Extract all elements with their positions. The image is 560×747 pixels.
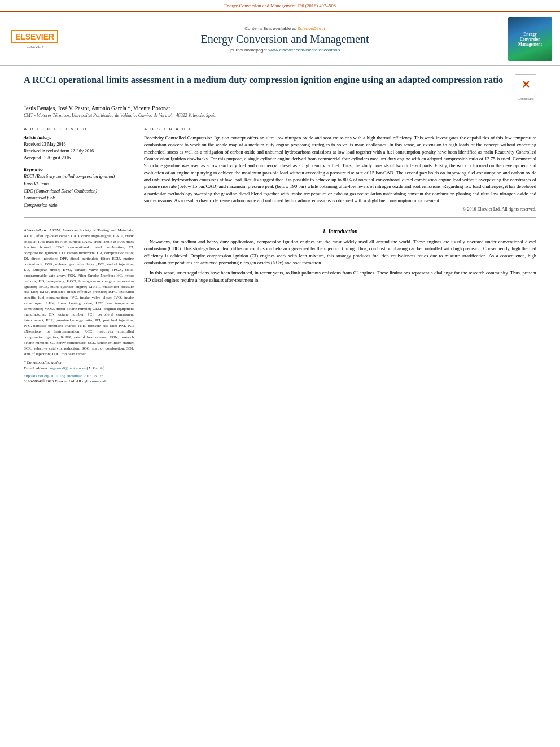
received-date: Received 23 May 2016 [24,141,134,148]
revised-date: Received in revised form 22 July 2016 [24,148,134,155]
homepage-url[interactable]: www.elsevier.com/locate/enconman [268,47,340,53]
article-title-row: A RCCI operational limits assessment in … [24,74,536,101]
doi-block: http://dx.doi.org/10.1016/j.enconman.201… [24,374,134,383]
authors: Jesús Benajes, José V. Pastor, Antonio G… [24,105,536,111]
email-link[interactable]: angarma8@mot.upv.es [50,366,86,370]
abbreviations-col: Abbreviations: ASTM, American Society of… [24,228,134,383]
doi-link[interactable]: http://dx.doi.org/10.1016/j.enconman.201… [24,374,134,378]
elsevier-logo: ELSEVIER ELSEVIER [8,30,62,49]
sciencedirect-link[interactable]: ScienceDirect [297,26,325,31]
crossmark-badge: ✕ CrossMark [515,74,536,101]
abbreviations-text: Abbreviations: ASTM, American Society of… [24,228,134,357]
keyword-3: CDC (Conventional Diesel Combustion) [24,189,134,195]
keyword-1: RCCI (Reactivity controlled compression … [24,174,134,180]
journal-center-info: Contents lists available at ScienceDirec… [67,26,502,53]
issn-line: 0196-8904/© 2016 Elsevier Ltd. All right… [24,379,134,383]
article-history-block: Article history: Received 23 May 2016 Re… [24,134,134,161]
article-info-section: A R T I C L E I N F O Article history: R… [24,126,134,212]
journal-header: ELSEVIER ELSEVIER Contents lists availab… [0,11,560,66]
intro-title: 1. Introduction [144,228,536,234]
abbrev-body: ASTM, American Society of Testing and Ma… [24,228,134,356]
abstract-label: A B S T R A C T [144,126,536,132]
elsevier-tagline: ELSEVIER [8,45,62,49]
article-info-label: A R T I C L E I N F O [24,126,134,132]
abbrev-label: Abbreviations: [24,228,47,233]
introduction-col: 1. Introduction Nowadays, for medium and… [144,228,536,383]
bottom-divider [24,217,536,218]
history-label: Article history: [24,134,134,141]
right-journal-logo: EnergyConversionManagement [508,17,552,61]
affiliation: CMT - Motores Térmicos, Universitat Poli… [24,113,536,118]
homepage-line: journal homepage: www.elsevier.com/locat… [67,47,502,53]
copyright-line: © 2016 Elsevier Ltd. All rights reserved… [144,207,536,212]
keyword-4: Commercial fuels [24,195,134,202]
corresponding-note: * Corresponding author. [24,360,134,365]
intro-paragraph-1: Nowadays, for medium and heavy-duty appl… [144,238,536,266]
article-title: A RCCI operational limits assessment in … [24,74,508,86]
keywords-block: Keywords: RCCI (Reactivity controlled co… [24,167,134,209]
accepted-date: Accepted 13 August 2016 [24,155,134,161]
keyword-2: Euro VI limits [24,181,134,187]
main-content: A RCCI operational limits assessment in … [0,66,560,228]
abstract-section: A B S T R A C T Reactivity Controlled Co… [144,126,536,212]
sciencedirect-line: Contents lists available at ScienceDirec… [67,26,502,31]
intro-paragraph-2: In this sense, strict regulations have b… [144,269,536,283]
crossmark-label: CrossMark [518,97,534,101]
top-banner: Energy Conversion and Management 126 (20… [0,0,560,11]
bottom-section: Abbreviations: ASTM, American Society of… [0,228,560,391]
crossmark-icon[interactable]: ✕ [515,74,536,95]
email-line: E-mail address: angarma8@mot.upv.es (A. … [24,366,134,370]
abstract-text: Reactivity Controlled Compression Igniti… [144,134,536,204]
elsevier-wordmark: ELSEVIER [15,32,54,41]
article-info-abstract-row: A R T I C L E I N F O Article history: R… [24,126,536,212]
right-logo-text: EnergyConversionManagement [518,32,542,47]
journal-title: Energy Conversion and Management [67,33,502,46]
keyword-5: Compression ratio [24,203,134,209]
header-divider [24,123,536,123]
keywords-label: Keywords: [24,167,134,172]
